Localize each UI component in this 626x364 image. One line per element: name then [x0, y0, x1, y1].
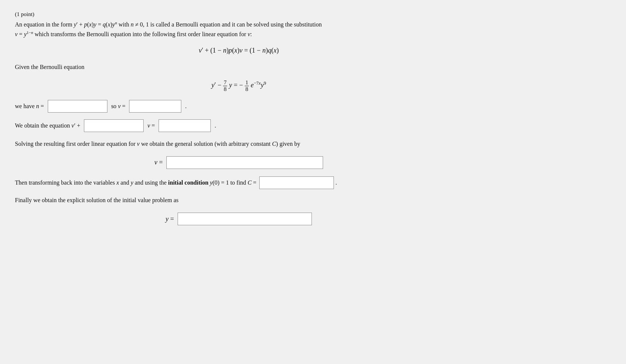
obtain-equation-row: We obtain the equation v′ + v = . — [15, 119, 463, 132]
math-y-prime: y — [74, 21, 76, 28]
period1: . — [185, 103, 187, 110]
point-label: (1 point) — [15, 11, 463, 18]
initial-condition-bold: initial condition — [168, 179, 209, 185]
math-x2: x — [108, 21, 110, 28]
v-solution-row: v = — [15, 156, 463, 169]
we-have-n-label: we have n = — [15, 103, 44, 110]
math-x1: x — [89, 21, 92, 28]
period3: . — [335, 179, 337, 185]
v-eq-rhs-input[interactable] — [159, 119, 211, 132]
so-v-label: so v = — [111, 103, 125, 110]
general-equation: v′ + (1 − n)p(x)v = (1 − n)q(x) — [15, 47, 463, 54]
v-eq-label: v = — [147, 122, 155, 129]
fraction-7-8: 7 8 — [223, 79, 228, 92]
math-px: p — [84, 21, 87, 28]
intro-text-line2: v = y1−n which transforms the Bernoulli … — [15, 31, 252, 37]
intro-text-line1: An equation in the form y′ + p(x)y = q(x… — [15, 21, 322, 28]
finally-text: Finally we obtain the explicit solution … — [15, 195, 463, 205]
y-result-label: y = — [166, 215, 174, 223]
n-v-row: we have n = so v = . — [15, 100, 463, 113]
n-input[interactable] — [48, 100, 107, 113]
math-qx: q — [103, 21, 106, 28]
bernoulli-equation: y′ − 7 8 y = − 1 8 e−7xy9 — [15, 79, 463, 92]
given-bernoulli-text: Given the Bernoulli equation — [15, 62, 463, 72]
general-eq-v-prime: v — [199, 47, 202, 54]
transform-row: Then transforming back into the variable… — [15, 176, 463, 189]
v-result-label: v = — [154, 159, 163, 166]
intro-paragraph: An equation in the form y′ + p(x)y = q(x… — [15, 20, 463, 39]
page-container: (1 point) An equation in the form y′ + p… — [15, 11, 463, 225]
c-value-input[interactable] — [259, 176, 334, 189]
general-solution-input[interactable] — [166, 156, 323, 169]
fraction-1-8: 1 8 — [245, 79, 249, 92]
explicit-solution-input[interactable] — [178, 213, 312, 225]
y-solution-row: y = — [15, 213, 463, 225]
period2: . — [215, 122, 216, 129]
math-y1: y — [94, 21, 96, 28]
v-input[interactable] — [129, 100, 181, 113]
we-obtain-label: We obtain the equation v′ + — [15, 122, 80, 129]
coeff-v-input[interactable] — [84, 119, 144, 132]
solving-text: Solving the resulting first order linear… — [15, 139, 463, 149]
